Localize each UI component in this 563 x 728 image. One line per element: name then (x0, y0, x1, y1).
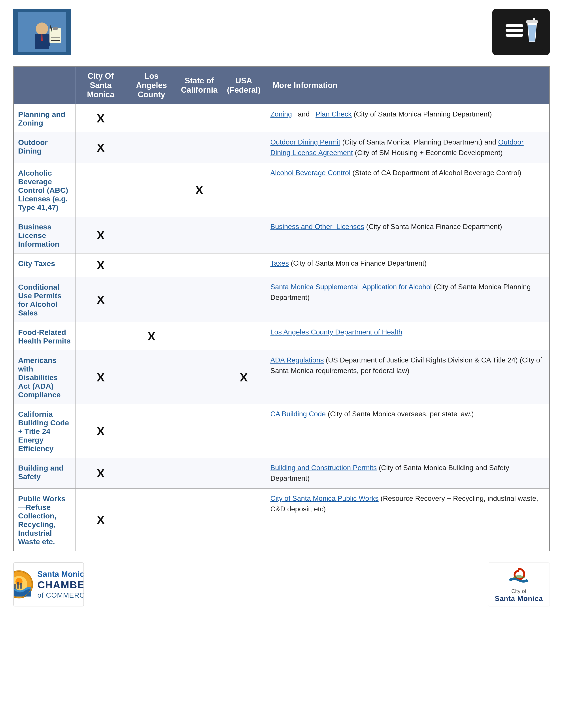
info-cell: Business and Other Licenses (City of San… (266, 217, 550, 253)
info-cell: Taxes (City of Santa Monica Finance Depa… (266, 253, 550, 277)
check-la (126, 163, 177, 217)
category-cell: Food-Related Health Permits (13, 322, 75, 350)
table-row: Food-Related Health Permits X Los Angele… (13, 322, 550, 350)
check-city-sm: X (75, 350, 126, 404)
info-link-1[interactable]: Los Angeles County Department of Health (270, 328, 403, 336)
svg-rect-29 (17, 582, 19, 589)
city-label-line2: Santa Monica (495, 595, 543, 603)
check-city-sm: X (75, 489, 126, 551)
check-ca (177, 458, 222, 489)
table-row: Public Works—Refuse Collection, Recyclin… (13, 489, 550, 551)
th-state-ca: State of California (177, 66, 222, 104)
chamber-logo: Santa Monica CHAMBER of COMMERCE (13, 562, 84, 606)
info-link-1[interactable]: CA Building Code (270, 410, 326, 418)
check-usa: X (222, 350, 266, 404)
th-la-county: Los Angeles County (126, 66, 177, 104)
svg-rect-19 (506, 34, 523, 37)
check-usa (222, 458, 266, 489)
check-la (126, 104, 177, 132)
check-usa (222, 104, 266, 132)
check-la (126, 489, 177, 551)
check-usa (222, 489, 266, 551)
svg-rect-22 (526, 20, 538, 23)
header: ✓ ✓ ✓ (13, 9, 550, 55)
table-row: California Building Code + Title 24 Ener… (13, 404, 550, 458)
chamber-text: Santa Monica CHAMBER of COMMERCE (37, 569, 84, 600)
info-link-1[interactable]: Taxes (270, 259, 289, 267)
category-cell: California Building Code + Title 24 Ener… (13, 404, 75, 458)
info-cell: City of Santa Monica Public Works (Resou… (266, 489, 550, 551)
check-ca (177, 322, 222, 350)
city-logo-icon (505, 566, 533, 586)
table-row: Building and Safety X Building and Const… (13, 458, 550, 489)
chamber-name-line3: of COMMERCE (37, 591, 84, 599)
chamber-seal-icon (13, 570, 33, 599)
check-city-sm: X (75, 458, 126, 489)
check-la (126, 404, 177, 458)
info-link-1[interactable]: Business and Other Licenses (270, 223, 364, 231)
table-row: Conditional Use Permits for Alcohol Sale… (13, 277, 550, 322)
header-left-image: ✓ ✓ ✓ (13, 9, 71, 55)
check-ca: X (177, 163, 222, 217)
check-usa (222, 217, 266, 253)
info-cell: Building and Construction Permits (City … (266, 458, 550, 489)
check-city-sm: X (75, 104, 126, 132)
check-city-sm (75, 163, 126, 217)
check-la (126, 277, 177, 322)
city-label-line1: City of (495, 588, 543, 595)
city-logo: City of Santa Monica (488, 562, 550, 606)
check-usa (222, 404, 266, 458)
check-usa (222, 132, 266, 163)
chamber-name-line2: CHAMBER (37, 579, 84, 591)
check-la (126, 217, 177, 253)
check-ca (177, 132, 222, 163)
info-link-1[interactable]: Zoning (270, 110, 292, 118)
info-link-1[interactable]: Building and Construction Permits (270, 464, 377, 472)
check-usa (222, 277, 266, 322)
main-table: City Of Santa Monica Los Angeles County … (13, 66, 550, 551)
check-city-sm: X (75, 132, 126, 163)
check-ca (177, 104, 222, 132)
table-row: Business License Information X Business … (13, 217, 550, 253)
svg-point-2 (36, 23, 48, 35)
category-cell: Business License Information (13, 217, 75, 253)
svg-text:✓: ✓ (51, 36, 53, 38)
info-link-1[interactable]: ADA Regulations (270, 356, 324, 364)
info-cell: CA Building Code (City of Santa Monica o… (266, 404, 550, 458)
category-cell: City Taxes (13, 253, 75, 277)
info-link-1[interactable]: Santa Monica Supplemental Application fo… (270, 283, 432, 291)
svg-text:✓: ✓ (51, 33, 53, 35)
info-link-1[interactable]: Outdoor Dining Permit (270, 138, 341, 146)
svg-rect-16 (499, 13, 543, 51)
chamber-name-line1: Santa Monica (37, 569, 84, 579)
table-row: Planning and Zoning X Zoning and Plan Ch… (13, 104, 550, 132)
check-city-sm: X (75, 217, 126, 253)
info-link-1[interactable]: City of Santa Monica Public Works (270, 494, 379, 502)
th-more-info: More Information (266, 66, 550, 104)
check-ca (177, 253, 222, 277)
info-link-1[interactable]: Alcohol Beverage Control (270, 169, 351, 177)
th-category (13, 66, 75, 104)
category-cell: Public Works—Refuse Collection, Recyclin… (13, 489, 75, 551)
city-logo-label: City of Santa Monica (495, 588, 543, 603)
category-cell: Americans with Disabilities Act (ADA) Co… (13, 350, 75, 404)
check-usa (222, 322, 266, 350)
header-right-image (492, 9, 550, 55)
check-ca (177, 350, 222, 404)
table-row: City Taxes X Taxes (City of Santa Monica… (13, 253, 550, 277)
check-la (126, 253, 177, 277)
th-usa: USA (Federal) (222, 66, 266, 104)
svg-rect-18 (506, 29, 523, 32)
svg-rect-17 (506, 24, 523, 27)
svg-rect-7 (53, 27, 58, 30)
check-la (126, 458, 177, 489)
check-la: X (126, 322, 177, 350)
info-cell: Alcohol Beverage Control (State of CA De… (266, 163, 550, 217)
category-cell: Building and Safety (13, 458, 75, 489)
category-cell: Conditional Use Permits for Alcohol Sale… (13, 277, 75, 322)
info-link-2[interactable]: Plan Check (316, 110, 352, 118)
check-city-sm (75, 322, 126, 350)
check-ca (177, 277, 222, 322)
table-row: Americans with Disabilities Act (ADA) Co… (13, 350, 550, 404)
table-row: Outdoor Dining X Outdoor Dining Permit (… (13, 132, 550, 163)
